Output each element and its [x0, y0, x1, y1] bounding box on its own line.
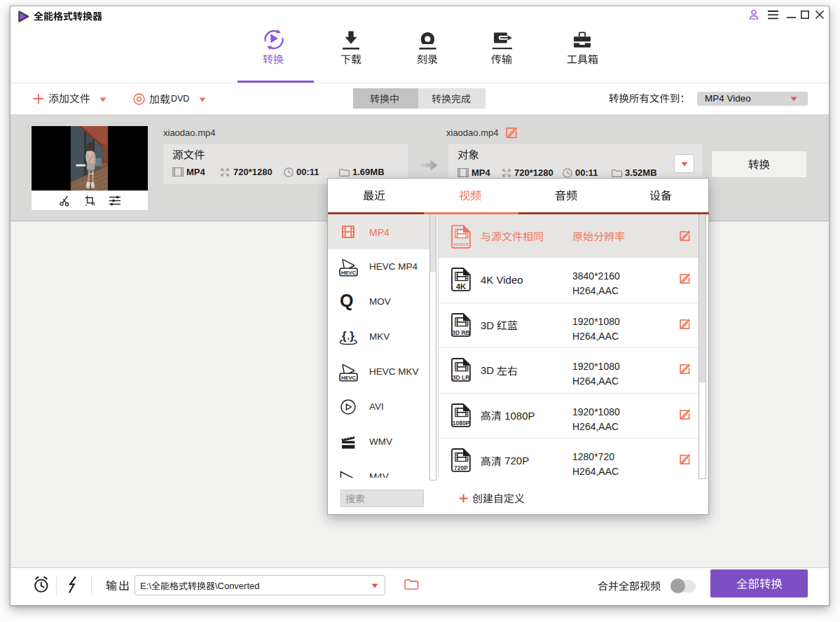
svg-text:4K: 4K — [456, 282, 467, 291]
svg-text:source: source — [453, 241, 469, 247]
svg-text:3D RB: 3D RB — [452, 329, 470, 336]
svg-text:720P: 720P — [454, 464, 468, 471]
svg-text:HEVC: HEVC — [341, 375, 357, 381]
svg-text:1080P: 1080P — [453, 419, 470, 426]
svg-text:,: , — [347, 332, 350, 340]
svg-text:3D LR: 3D LR — [453, 374, 470, 381]
svg-text:HEVC: HEVC — [341, 270, 357, 276]
